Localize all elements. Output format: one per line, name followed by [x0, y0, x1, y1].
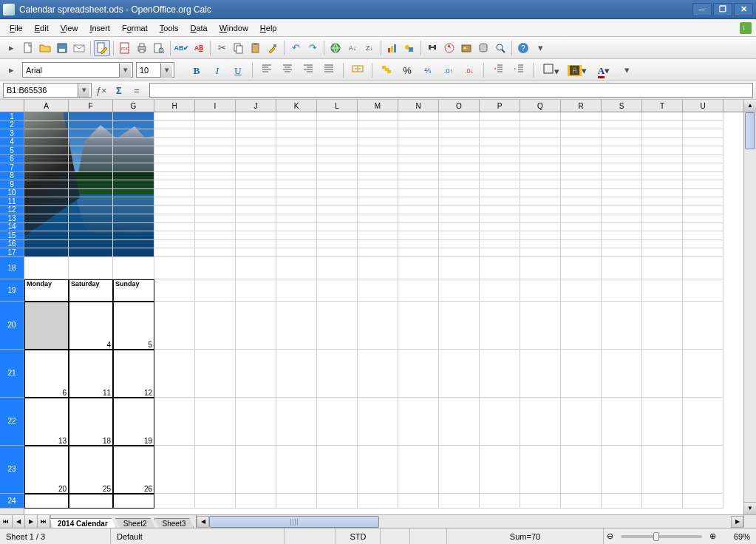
standard-format-button[interactable]: ⅘	[419, 62, 437, 78]
cell[interactable]	[154, 398, 195, 446]
cell[interactable]	[317, 350, 358, 398]
cell[interactable]	[317, 446, 358, 494]
menu-edit[interactable]: Edit	[30, 21, 54, 35]
cell[interactable]	[317, 302, 358, 350]
cell[interactable]	[602, 398, 642, 446]
cell[interactable]	[154, 350, 195, 398]
row-head-14[interactable]: 14	[0, 223, 24, 232]
row-head-22[interactable]: 22	[0, 398, 24, 446]
cell[interactable]	[642, 257, 683, 279]
zoom-out-button[interactable]: ⊖	[604, 528, 616, 544]
cell[interactable]	[602, 302, 642, 350]
cell[interactable]	[439, 302, 480, 350]
name-box-input[interactable]: B1:B65536	[3, 83, 92, 98]
bgcolor-button[interactable]: 🅰▾	[565, 62, 589, 78]
cell[interactable]: 18	[69, 398, 113, 446]
row-head-12[interactable]: 12	[0, 206, 24, 215]
cell[interactable]	[480, 494, 520, 509]
fontcolor-button[interactable]: A▾	[592, 62, 616, 78]
spellcheck-button[interactable]: AB✔	[174, 40, 190, 56]
cell[interactable]	[520, 279, 561, 302]
sort-asc-button[interactable]: A↓	[344, 40, 361, 56]
minimize-button[interactable]: ─	[692, 3, 712, 16]
cell[interactable]	[642, 398, 683, 446]
menu-window[interactable]: Window	[214, 21, 253, 35]
cell[interactable]	[398, 446, 439, 494]
menu-file[interactable]: File	[4, 21, 28, 35]
col-head-M[interactable]: M	[358, 100, 398, 112]
col-head-Q[interactable]: Q	[520, 100, 561, 112]
cell[interactable]: 12	[113, 350, 154, 398]
cell[interactable]	[195, 279, 236, 302]
status-pagestyle[interactable]: Default	[111, 528, 285, 544]
cell[interactable]	[24, 494, 69, 509]
cell[interactable]	[113, 257, 154, 279]
cell[interactable]	[683, 302, 723, 350]
sort-desc-button[interactable]: Z↓	[361, 40, 378, 56]
email-button[interactable]	[71, 40, 87, 56]
scroll-thumb[interactable]	[745, 112, 755, 149]
download-icon[interactable]	[740, 22, 752, 34]
cell[interactable]	[561, 446, 602, 494]
bold-button[interactable]: B	[188, 62, 205, 78]
row-head-3[interactable]: 3	[0, 129, 24, 138]
cut-button[interactable]: ✂	[214, 40, 230, 56]
scroll-right-button[interactable]: ▶	[731, 516, 743, 528]
hyperlink-button[interactable]	[327, 40, 344, 56]
decrease-indent-button[interactable]	[489, 62, 507, 78]
align-left-button[interactable]	[258, 62, 276, 78]
row-head-17[interactable]: 17	[0, 248, 24, 257]
status-insertmode[interactable]	[285, 528, 336, 544]
cell[interactable]	[439, 494, 480, 509]
format-paintbrush-button[interactable]	[265, 40, 281, 56]
gallery-button[interactable]	[458, 40, 474, 56]
undo-button[interactable]: ↶	[287, 40, 304, 56]
font-size-select[interactable]: 10	[136, 62, 174, 78]
col-head-J[interactable]: J	[236, 100, 276, 112]
row-head-20[interactable]: 20	[0, 302, 24, 350]
paste-button[interactable]	[248, 40, 264, 56]
cell[interactable]	[561, 350, 602, 398]
toolbar-more-icon[interactable]: ▾	[532, 40, 548, 56]
cell[interactable]	[642, 446, 683, 494]
menu-data[interactable]: Data	[185, 21, 212, 35]
new-doc-button[interactable]	[20, 40, 36, 56]
cell[interactable]	[358, 398, 398, 446]
cell[interactable]	[236, 446, 276, 494]
edit-file-button[interactable]	[94, 40, 110, 56]
cell[interactable]	[602, 494, 642, 509]
cell[interactable]	[683, 446, 723, 494]
status-modified[interactable]	[381, 528, 410, 544]
menu-format[interactable]: Format	[117, 21, 153, 35]
cell[interactable]	[398, 398, 439, 446]
open-button[interactable]	[37, 40, 53, 56]
add-decimal-button[interactable]: .0↑	[440, 62, 457, 78]
autospell-button[interactable]: AB̲	[191, 40, 207, 56]
cell[interactable]	[236, 302, 276, 350]
row-head-24[interactable]: 24	[0, 494, 24, 509]
cell[interactable]	[358, 446, 398, 494]
cell[interactable]: 20	[24, 446, 69, 494]
close-button[interactable]: ✕	[734, 3, 753, 16]
datasources-button[interactable]	[475, 40, 491, 56]
cell[interactable]	[520, 446, 561, 494]
cell[interactable]	[602, 257, 642, 279]
cell[interactable]	[642, 279, 683, 302]
cell[interactable]	[24, 302, 69, 350]
select-all-corner[interactable]	[0, 100, 24, 112]
row-head-18[interactable]: 18	[0, 257, 24, 279]
cell[interactable]	[642, 302, 683, 350]
row-head-5[interactable]: 5	[0, 146, 24, 155]
menu-insert[interactable]: Insert	[84, 21, 115, 35]
arrow-icon[interactable]: ▸	[3, 40, 19, 56]
tab-first-button[interactable]: ⏮	[0, 515, 13, 528]
align-right-button[interactable]	[299, 62, 317, 78]
cell[interactable]	[398, 350, 439, 398]
col-head-I[interactable]: I	[195, 100, 236, 112]
col-head-O[interactable]: O	[439, 100, 480, 112]
cell[interactable]	[520, 398, 561, 446]
tab-prev-button[interactable]: ◀	[13, 515, 25, 528]
arrow-icon[interactable]: ▸	[3, 62, 19, 78]
cell[interactable]: 5	[113, 302, 154, 350]
preview-button[interactable]	[151, 40, 167, 56]
